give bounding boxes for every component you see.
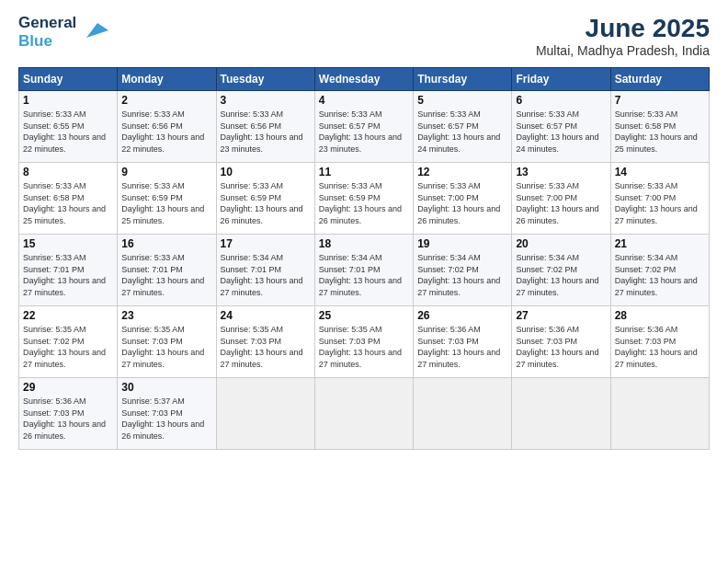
day-detail: Sunrise: 5:33 AM Sunset: 6:56 PM Dayligh… xyxy=(221,109,311,155)
day-number: 26 xyxy=(417,309,507,322)
sunset-label: Sunset: 7:00 PM xyxy=(417,193,479,202)
day-number: 13 xyxy=(516,166,606,178)
sunset-label: Sunset: 6:56 PM xyxy=(221,121,282,131)
table-row xyxy=(512,378,610,450)
logo: General Blue xyxy=(18,14,108,50)
sunset-label: Sunset: 6:57 PM xyxy=(319,121,381,131)
day-detail: Sunrise: 5:33 AM Sunset: 6:57 PM Dayligh… xyxy=(319,109,409,155)
daylight-label: Daylight: 13 hours and 23 minutes. xyxy=(221,132,303,154)
daylight-label: Daylight: 13 hours and 24 minutes. xyxy=(417,132,500,154)
day-number: 25 xyxy=(319,309,409,322)
sunset-label: Sunset: 7:03 PM xyxy=(516,337,577,346)
daylight-label: Daylight: 13 hours and 27 minutes. xyxy=(516,276,598,297)
sunrise-label: Sunrise: 5:35 AM xyxy=(221,325,284,334)
sunset-label: Sunset: 6:59 PM xyxy=(221,193,282,202)
day-detail: Sunrise: 5:33 AM Sunset: 6:55 PM Dayligh… xyxy=(23,109,113,155)
day-number: 20 xyxy=(516,237,606,250)
day-number: 19 xyxy=(417,237,507,250)
daylight-label: Daylight: 13 hours and 27 minutes. xyxy=(221,276,303,297)
day-number: 10 xyxy=(221,166,311,178)
table-row: 14 Sunrise: 5:33 AM Sunset: 7:00 PM Dayl… xyxy=(610,163,709,235)
sunrise-label: Sunrise: 5:33 AM xyxy=(516,109,579,119)
table-row xyxy=(216,378,314,450)
col-saturday: Saturday xyxy=(610,68,709,91)
col-sunday: Sunday xyxy=(19,68,118,91)
table-row: 10 Sunrise: 5:33 AM Sunset: 6:59 PM Dayl… xyxy=(216,163,314,235)
calendar-week-2: 8 Sunrise: 5:33 AM Sunset: 6:58 PM Dayli… xyxy=(19,163,710,235)
daylight-label: Daylight: 13 hours and 27 minutes. xyxy=(615,348,698,369)
daylight-label: Daylight: 13 hours and 27 minutes. xyxy=(319,348,402,369)
sunset-label: Sunset: 6:59 PM xyxy=(319,193,381,202)
table-row: 5 Sunrise: 5:33 AM Sunset: 6:57 PM Dayli… xyxy=(414,91,512,163)
daylight-label: Daylight: 13 hours and 27 minutes. xyxy=(319,276,402,297)
sunrise-label: Sunrise: 5:33 AM xyxy=(121,109,185,119)
table-row: 20 Sunrise: 5:34 AM Sunset: 7:02 PM Dayl… xyxy=(512,235,610,306)
sunset-label: Sunset: 7:00 PM xyxy=(516,193,577,202)
sunrise-label: Sunrise: 5:37 AM xyxy=(121,396,185,406)
sunrise-label: Sunrise: 5:33 AM xyxy=(23,109,86,119)
header-row: Sunday Monday Tuesday Wednesday Thursday… xyxy=(19,68,710,91)
table-row xyxy=(414,378,512,450)
day-number: 17 xyxy=(221,237,311,250)
calendar-week-5: 29 Sunrise: 5:36 AM Sunset: 7:03 PM Dayl… xyxy=(19,378,710,450)
sunset-label: Sunset: 6:57 PM xyxy=(417,121,479,131)
sunrise-label: Sunrise: 5:36 AM xyxy=(417,325,481,334)
sunset-label: Sunset: 7:01 PM xyxy=(121,265,183,274)
logo-text: General Blue xyxy=(18,14,76,50)
daylight-label: Daylight: 13 hours and 26 minutes. xyxy=(319,204,402,225)
daylight-label: Daylight: 13 hours and 22 minutes. xyxy=(121,132,204,154)
daylight-label: Daylight: 13 hours and 26 minutes. xyxy=(121,419,204,441)
daylight-label: Daylight: 13 hours and 25 minutes. xyxy=(121,204,204,225)
sunset-label: Sunset: 6:59 PM xyxy=(121,193,183,202)
table-row: 28 Sunrise: 5:36 AM Sunset: 7:03 PM Dayl… xyxy=(610,306,709,378)
day-detail: Sunrise: 5:33 AM Sunset: 7:00 PM Dayligh… xyxy=(417,180,507,226)
sunrise-label: Sunrise: 5:33 AM xyxy=(23,253,86,262)
day-number: 27 xyxy=(516,309,606,322)
daylight-label: Daylight: 13 hours and 23 minutes. xyxy=(319,132,402,154)
sunrise-label: Sunrise: 5:34 AM xyxy=(516,253,579,262)
day-detail: Sunrise: 5:33 AM Sunset: 6:59 PM Dayligh… xyxy=(221,180,311,226)
sunrise-label: Sunrise: 5:34 AM xyxy=(221,253,284,262)
table-row: 8 Sunrise: 5:33 AM Sunset: 6:58 PM Dayli… xyxy=(19,163,118,235)
table-row: 25 Sunrise: 5:35 AM Sunset: 7:03 PM Dayl… xyxy=(314,306,413,378)
day-detail: Sunrise: 5:35 AM Sunset: 7:03 PM Dayligh… xyxy=(221,324,311,370)
sunrise-label: Sunrise: 5:33 AM xyxy=(516,181,579,190)
day-number: 28 xyxy=(615,309,705,322)
day-detail: Sunrise: 5:33 AM Sunset: 6:59 PM Dayligh… xyxy=(121,180,211,226)
daylight-label: Daylight: 13 hours and 27 minutes. xyxy=(615,276,698,297)
day-number: 1 xyxy=(23,94,113,107)
daylight-label: Daylight: 13 hours and 27 minutes. xyxy=(417,276,500,297)
daylight-label: Daylight: 13 hours and 27 minutes. xyxy=(615,204,698,225)
sunrise-label: Sunrise: 5:33 AM xyxy=(417,109,481,119)
day-number: 2 xyxy=(121,94,211,107)
sunrise-label: Sunrise: 5:33 AM xyxy=(417,181,481,190)
sunrise-label: Sunrise: 5:33 AM xyxy=(615,181,678,190)
table-row: 7 Sunrise: 5:33 AM Sunset: 6:58 PM Dayli… xyxy=(610,91,709,163)
sunrise-label: Sunrise: 5:36 AM xyxy=(615,325,678,334)
table-row: 22 Sunrise: 5:35 AM Sunset: 7:02 PM Dayl… xyxy=(19,306,118,378)
day-detail: Sunrise: 5:36 AM Sunset: 7:03 PM Dayligh… xyxy=(516,324,606,370)
sunset-label: Sunset: 7:03 PM xyxy=(615,337,677,346)
table-row: 27 Sunrise: 5:36 AM Sunset: 7:03 PM Dayl… xyxy=(512,306,610,378)
table-row: 29 Sunrise: 5:36 AM Sunset: 7:03 PM Dayl… xyxy=(19,378,118,450)
logo-icon xyxy=(79,16,108,45)
sunset-label: Sunset: 7:02 PM xyxy=(516,265,577,274)
day-number: 6 xyxy=(516,94,606,107)
day-number: 15 xyxy=(23,237,113,250)
page-header: General Blue June 2025 Multai, Madhya Pr… xyxy=(18,14,710,58)
daylight-label: Daylight: 13 hours and 22 minutes. xyxy=(23,132,106,154)
table-row: 9 Sunrise: 5:33 AM Sunset: 6:59 PM Dayli… xyxy=(118,163,216,235)
sunset-label: Sunset: 7:03 PM xyxy=(417,337,479,346)
day-number: 14 xyxy=(615,166,705,178)
table-row xyxy=(610,378,709,450)
table-row: 13 Sunrise: 5:33 AM Sunset: 7:00 PM Dayl… xyxy=(512,163,610,235)
day-number: 22 xyxy=(23,309,113,322)
calendar-title: June 2025 xyxy=(536,14,710,43)
sunrise-label: Sunrise: 5:33 AM xyxy=(221,181,284,190)
table-row: 3 Sunrise: 5:33 AM Sunset: 6:56 PM Dayli… xyxy=(216,91,314,163)
table-row: 24 Sunrise: 5:35 AM Sunset: 7:03 PM Dayl… xyxy=(216,306,314,378)
daylight-label: Daylight: 13 hours and 25 minutes. xyxy=(23,204,106,225)
title-block: June 2025 Multai, Madhya Pradesh, India xyxy=(536,14,710,58)
col-monday: Monday xyxy=(118,68,216,91)
sunrise-label: Sunrise: 5:35 AM xyxy=(319,325,382,334)
